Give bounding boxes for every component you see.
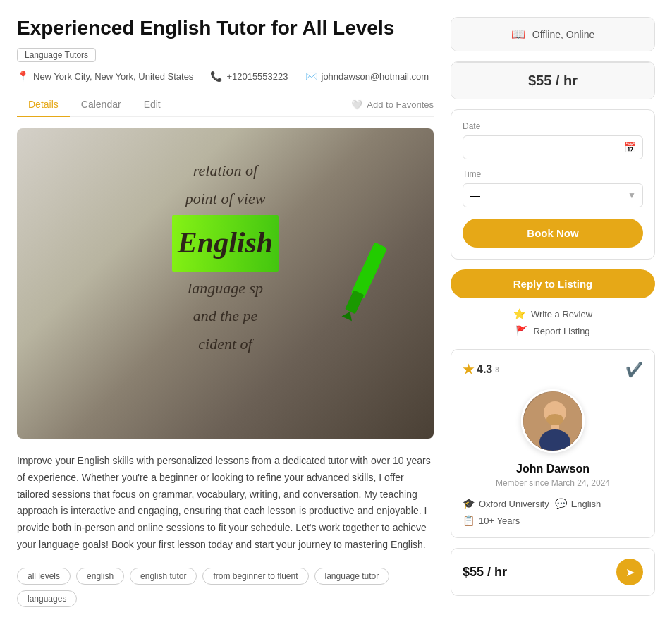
heart-icon: 🤍 [351,99,362,110]
svg-rect-1 [345,290,364,314]
location-meta: 📍 New York City, New York, United States [17,71,193,82]
add-favorites-label: Add to Favorites [367,99,434,110]
svg-rect-0 [350,242,387,299]
book-line-english: English [172,215,279,272]
profile-details: 🎓 Oxford University 💬 English 📋 10+ Year… [463,498,643,526]
mode-text: Offline, Online [532,29,594,40]
university-icon: 🎓 [463,498,475,509]
time-label: Time [463,169,643,179]
tag-language-tutor[interactable]: language tutor [314,568,390,585]
tag-all-levels[interactable]: all levels [17,568,71,585]
profile-card: ★ 4.3 8 ✔️ [451,349,655,538]
experience-tag: 📋 10+ Years [463,515,520,526]
report-listing-label: Report Listing [533,326,589,336]
tag-beginner-fluent[interactable]: from beginner to fluent [202,568,308,585]
experience-icon: 📋 [463,515,475,526]
star-icon: ⭐ [513,308,525,319]
tab-edit[interactable]: Edit [133,93,172,117]
phone-meta[interactable]: 📞 +12015553223 [210,71,288,82]
flag-icon: 🚩 [515,325,527,336]
svg-point-7 [546,414,563,425]
language-icon: 💬 [555,498,567,509]
category-tag[interactable]: Language Tutors [17,48,96,62]
tabs-bar: Details Calendar Edit 🤍 Add to Favorites [17,93,434,117]
email-text: johndawson@hotmail.com [322,71,429,82]
date-input[interactable] [463,135,643,159]
reply-section: Reply to Listing ⭐ Write a Review 🚩 Repo… [451,269,655,339]
booking-card: Date 📅 Time — 9:00 AM 10:00 AM 11:00 AM … [451,109,655,260]
calendar-icon: 📅 [624,142,636,153]
mode-icon: 📖 [511,28,525,41]
time-select[interactable]: — 9:00 AM 10:00 AM 11:00 AM 12:00 PM 1:0… [463,183,643,207]
report-listing-link[interactable]: 🚩 Report Listing [451,325,655,336]
language-text: English [571,499,601,509]
experience-text: 10+ Years [479,516,520,526]
price-card: $55 / hr [451,61,655,99]
send-button[interactable]: ➤ [616,559,643,585]
phone-icon: 📞 [210,71,222,82]
reply-to-listing-button[interactable]: Reply to Listing [451,269,655,298]
write-review-link[interactable]: ⭐ Write a Review [451,308,655,319]
avatar[interactable] [521,389,585,453]
rating-count: 8 [495,366,499,374]
listing-image: relation of point of view English langua… [17,128,434,439]
mode-card: 📖 Offline, Online [451,17,655,51]
phone-text: +12015553223 [226,71,288,82]
rating-star-icon: ★ [463,362,474,377]
book-line-4: and the pe [193,302,258,330]
book-now-button[interactable]: Book Now [463,219,643,248]
tag-english[interactable]: english [76,568,124,585]
avatar-svg [523,391,585,453]
write-review-label: Write a Review [531,309,592,319]
book-line-1: relation of [193,157,257,185]
tag-languages[interactable]: languages [17,590,77,607]
profile-name[interactable]: John Dawson [463,463,643,475]
tag-english-tutor[interactable]: english tutor [130,568,197,585]
listing-tags: all levels english english tutor from be… [17,568,434,607]
book-line-3: language sp [188,274,263,303]
date-label: Date [463,121,643,131]
book-line-2: point of view [185,185,266,213]
sidebar-price: $55 / hr [528,73,578,88]
email-meta[interactable]: ✉️ johndawson@hotmail.com [305,71,429,82]
university-tag: 🎓 Oxford University [463,498,549,509]
language-tag: 💬 English [555,498,601,509]
tab-details[interactable]: Details [17,93,70,117]
university-text: Oxford University [479,499,549,509]
listing-description: Improve your English skills with persona… [17,453,434,554]
rating-display: ★ 4.3 8 [463,362,499,377]
email-icon: ✉️ [305,71,317,82]
listing-title: Experienced English Tutor for All Levels [17,17,434,39]
location-text: New York City, New York, United States [33,71,193,82]
member-since: Member since March 24, 2024 [463,478,643,488]
rating-value: 4.3 [477,363,492,376]
location-icon: 📍 [17,71,29,82]
book-line-5: cident of [198,330,252,358]
bottom-bar: $55 / hr ➤ [451,548,655,596]
highlighter-svg [335,241,391,326]
add-favorites-button[interactable]: 🤍 Add to Favorites [351,99,434,110]
tab-calendar[interactable]: Calendar [70,93,133,117]
verified-icon: ✔️ [625,361,643,378]
bottom-price: $55 / hr [463,565,507,580]
